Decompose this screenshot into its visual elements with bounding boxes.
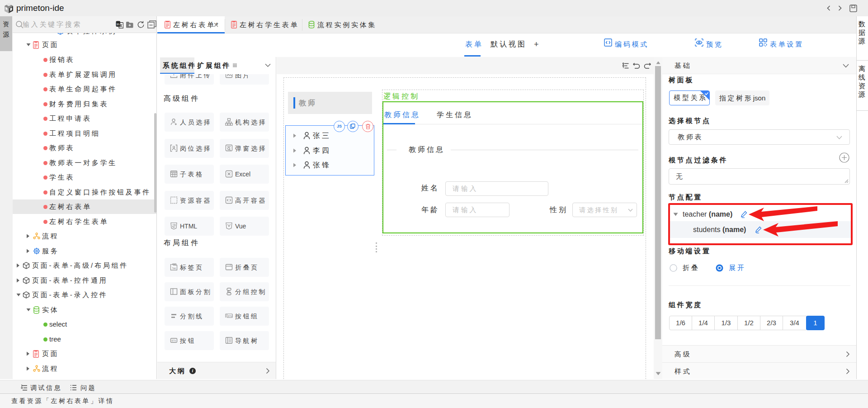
svg-text:BTN: BTN (172, 340, 176, 342)
svg-text:in: in (117, 22, 119, 26)
svg-text:Tab: Tab (172, 267, 176, 270)
svg-text:BTN: BTN (228, 315, 232, 317)
